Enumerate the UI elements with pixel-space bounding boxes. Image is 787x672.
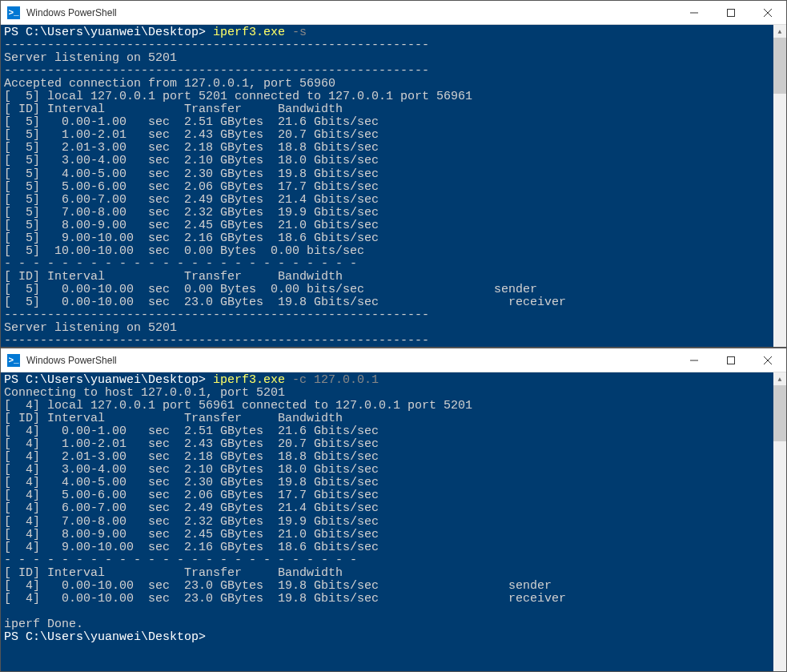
- command-args: -s: [292, 26, 307, 39]
- table-row: [ 5] 4.00-5.00 sec 2.30 GBytes 19.8 Gbit…: [4, 168, 783, 181]
- command-args: -c 127.0.0.1: [292, 373, 379, 387]
- accepted-line: Accepted connection from 127.0.0.1, port…: [4, 78, 783, 91]
- table-row: [ 5] 5.00-6.00 sec 2.06 GBytes 17.7 Gbit…: [4, 181, 783, 194]
- listening-line: Server listening on 5201: [4, 322, 783, 335]
- scrollbar[interactable]: ▲: [773, 372, 786, 671]
- scrollbar-thumb[interactable]: [773, 38, 786, 94]
- divider-line: ----------------------------------------…: [4, 39, 783, 52]
- summary-row: [ 5] 0.00-10.00 sec 23.0 GBytes 19.8 Gbi…: [4, 296, 783, 309]
- close-button[interactable]: [749, 1, 786, 24]
- table-row: [ 5] 2.01-3.00 sec 2.18 GBytes 18.8 Gbit…: [4, 142, 783, 155]
- table-row: [ 5] 6.00-7.00 sec 2.49 GBytes 21.4 Gbit…: [4, 194, 783, 207]
- prompt: PS C:\Users\yuanwei\Desktop>: [4, 26, 206, 39]
- prompt: PS C:\Users\yuanwei\Desktop>: [4, 373, 206, 387]
- scroll-up-arrow[interactable]: ▲: [773, 372, 786, 385]
- table-header: [ ID] Interval Transfer Bandwidth: [4, 412, 783, 425]
- table-row: [ 5] 3.00-4.00 sec 2.10 GBytes 18.0 Gbit…: [4, 155, 783, 167]
- divider-dashes: - - - - - - - - - - - - - - - - - - - - …: [4, 258, 783, 271]
- summary-row: [ 5] 0.00-10.00 sec 0.00 Bytes 0.00 bits…: [4, 284, 783, 296]
- terminal-output[interactable]: PS C:\Users\yuanwei\Desktop> iperf3.exe …: [1, 372, 786, 671]
- close-button[interactable]: [749, 348, 786, 372]
- table-header: [ ID] Interval Transfer Bandwidth: [4, 103, 783, 116]
- minimize-button[interactable]: [676, 1, 713, 24]
- divider-dashes: - - - - - - - - - - - - - - - - - - - - …: [4, 554, 783, 567]
- table-row: [ 4] 9.00-10.00 sec 2.16 GBytes 18.6 Gbi…: [4, 541, 783, 554]
- titlebar[interactable]: >_ Windows PowerShell: [1, 348, 786, 372]
- minimize-button[interactable]: [676, 348, 713, 372]
- connecting-line: Connecting to host 127.0.0.1, port 5201: [4, 387, 783, 400]
- powershell-window-client: >_ Windows PowerShell PS C:\Users\yuanwe…: [0, 348, 787, 672]
- divider-line: ----------------------------------------…: [4, 309, 783, 322]
- summary-header: [ ID] Interval Transfer Bandwidth: [4, 271, 783, 284]
- done-line: iperf Done.: [4, 618, 783, 631]
- terminal-output[interactable]: PS C:\Users\yuanwei\Desktop> iperf3.exe …: [1, 25, 786, 347]
- powershell-window-server: >_ Windows PowerShell PS C:\Users\yuanwe…: [0, 0, 787, 348]
- svg-rect-5: [728, 356, 735, 364]
- summary-row: [ 4] 0.00-10.00 sec 23.0 GBytes 19.8 Gbi…: [4, 580, 783, 593]
- scrollbar[interactable]: ▲: [773, 25, 786, 347]
- divider-line: ----------------------------------------…: [4, 335, 783, 347]
- local-line: [ 5] local 127.0.0.1 port 5201 connected…: [4, 91, 783, 103]
- window-controls: [676, 348, 786, 372]
- table-row: [ 5] 8.00-9.00 sec 2.45 GBytes 21.0 Gbit…: [4, 219, 783, 232]
- table-row: [ 4] 8.00-9.00 sec 2.45 GBytes 21.0 Gbit…: [4, 529, 783, 541]
- table-row: [ 4] 6.00-7.00 sec 2.49 GBytes 21.4 Gbit…: [4, 502, 783, 515]
- table-row: [ 5] 9.00-10.00 sec 2.16 GBytes 18.6 Gbi…: [4, 232, 783, 245]
- svg-rect-1: [728, 9, 735, 16]
- local-line: [ 4] local 127.0.0.1 port 56961 connecte…: [4, 400, 783, 412]
- table-row: [ 5] 7.00-8.00 sec 2.32 GBytes 19.9 Gbit…: [4, 207, 783, 219]
- divider-line: ----------------------------------------…: [4, 65, 783, 78]
- command: iperf3.exe: [213, 373, 285, 387]
- window-title: Windows PowerShell: [26, 355, 676, 366]
- table-row: [ 4] 4.00-5.00 sec 2.30 GBytes 19.8 Gbit…: [4, 477, 783, 489]
- scrollbar-thumb[interactable]: [773, 385, 786, 441]
- powershell-icon: >_: [7, 6, 20, 19]
- table-row: [ 5] 10.00-10.00 sec 0.00 Bytes 0.00 bit…: [4, 245, 783, 258]
- table-row: [ 5] 1.00-2.01 sec 2.43 GBytes 20.7 Gbit…: [4, 129, 783, 142]
- window-title: Windows PowerShell: [26, 7, 676, 18]
- command: iperf3.exe: [213, 26, 285, 39]
- maximize-button[interactable]: [713, 1, 749, 24]
- scroll-up-arrow[interactable]: ▲: [773, 25, 786, 38]
- table-row: [ 5] 0.00-1.00 sec 2.51 GBytes 21.6 Gbit…: [4, 116, 783, 129]
- table-row: [ 4] 3.00-4.00 sec 2.10 GBytes 18.0 Gbit…: [4, 464, 783, 477]
- table-row: [ 4] 1.00-2.01 sec 2.43 GBytes 20.7 Gbit…: [4, 438, 783, 451]
- listening-line: Server listening on 5201: [4, 52, 783, 65]
- summary-header: [ ID] Interval Transfer Bandwidth: [4, 567, 783, 580]
- powershell-icon: >_: [7, 354, 20, 367]
- table-row: [ 4] 2.01-3.00 sec 2.18 GBytes 18.8 Gbit…: [4, 451, 783, 464]
- table-row: [ 4] 0.00-1.00 sec 2.51 GBytes 21.6 Gbit…: [4, 425, 783, 438]
- prompt: PS C:\Users\yuanwei\Desktop>: [4, 630, 206, 644]
- table-row: [ 4] 7.00-8.00 sec 2.32 GBytes 19.9 Gbit…: [4, 516, 783, 529]
- summary-row: [ 4] 0.00-10.00 sec 23.0 GBytes 19.8 Gbi…: [4, 593, 783, 606]
- maximize-button[interactable]: [713, 348, 749, 372]
- titlebar[interactable]: >_ Windows PowerShell: [1, 1, 786, 25]
- window-controls: [676, 1, 786, 24]
- table-row: [ 4] 5.00-6.00 sec 2.06 GBytes 17.7 Gbit…: [4, 489, 783, 502]
